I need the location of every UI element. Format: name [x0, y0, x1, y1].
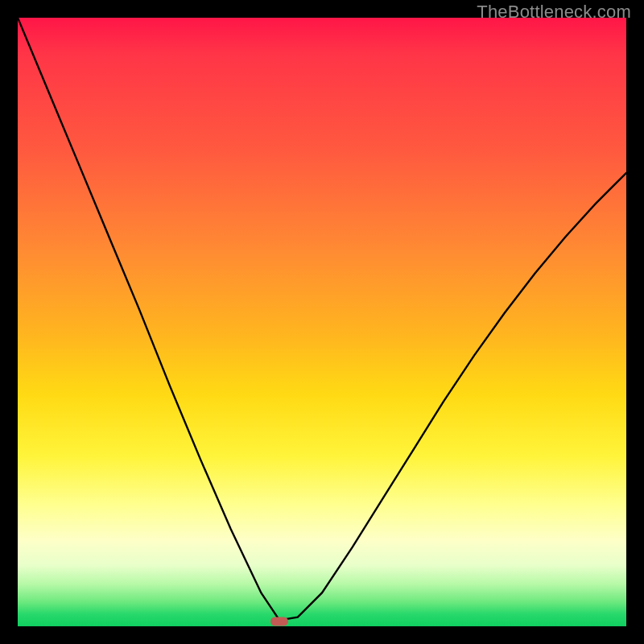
plot-area	[18, 18, 626, 626]
minimum-marker	[270, 617, 288, 625]
chart-frame: TheBottleneck.com	[0, 0, 644, 644]
bottleneck-curve	[18, 18, 626, 626]
